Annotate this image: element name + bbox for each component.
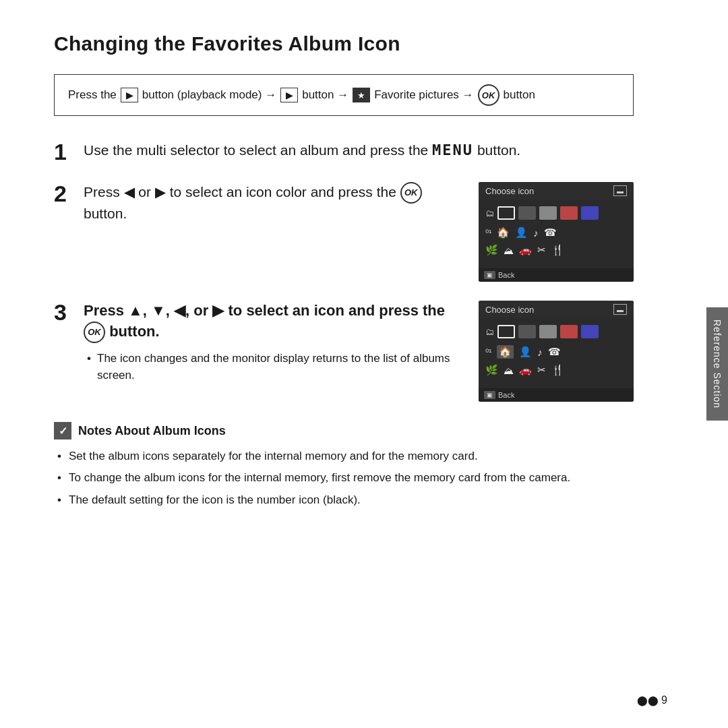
menu-label: MENU [432, 142, 473, 158]
step3-text: Press ▲, ▼, ◀, or ▶ to select an icon an… [84, 301, 462, 343]
ok-btn-step2: OK [400, 182, 422, 204]
icon-leaf-3: 🌿 [485, 364, 498, 376]
screen-body-step3: 🗂 ⁰¹ 🏠 👤 ♪ ☎ 🌿 [479, 318, 634, 388]
icon-row1-step3: ⁰¹ 🏠 👤 ♪ ☎ [484, 345, 628, 359]
color-box-4-3 [560, 325, 578, 338]
icon-row2-step3: 🌿 ⛰ 🚗 ✂ 🍴 [484, 364, 628, 376]
ok-btn-step3: OK [84, 322, 105, 343]
main-content: Changing the Favorites Album Icon Press … [0, 0, 688, 540]
step3-bullets: The icon changes and the monitor display… [84, 350, 462, 384]
color-box-5 [581, 206, 599, 220]
nav-sep1: button (playback mode) → [142, 88, 276, 102]
navigation-box: Press the ▶ button (playback mode) → ▶ b… [54, 74, 634, 116]
step2-layout: Press ◀ or ▶ to select an icon color and… [84, 182, 634, 282]
playback-btn-icon: ▶ [121, 88, 138, 102]
icon-person: 👤 [515, 226, 528, 239]
footer-back-label: Back [498, 271, 514, 279]
notes-bullet-3: The default setting for the icon is the … [54, 491, 634, 509]
notes-section: ✓ Notes About Album Icons Set the album … [54, 422, 634, 509]
step2-number: 2 [54, 182, 74, 205]
step2-content: Press ◀ or ▶ to select an icon color and… [84, 182, 634, 282]
step2-text: Press ◀ or ▶ to select an icon color and… [84, 184, 422, 221]
step1-text: Use the multi selector to select an albu… [84, 142, 520, 158]
step3-text-section: Press ▲, ▼, ◀, or ▶ to select an icon an… [84, 301, 462, 387]
color-box-2 [518, 206, 536, 220]
footer-btn-icon: ▣ [484, 271, 495, 279]
icon-fork-3: 🍴 [551, 364, 564, 376]
color-box-3 [539, 206, 557, 220]
color-box-5-3 [581, 325, 599, 338]
icon-music-3: ♪ [537, 346, 543, 358]
notes-bullet-2: To change the album icons for the intern… [54, 469, 634, 487]
nav-suffix: button [504, 88, 535, 102]
notes-bullets: Set the album icons separately for the i… [54, 448, 634, 509]
folder-icon: 🗂 [485, 208, 494, 218]
color-box-1 [497, 206, 515, 220]
color-box-3-3 [539, 325, 557, 338]
page-title: Changing the Favorites Album Icon [54, 32, 634, 55]
page-icon: ⬤⬤ [637, 695, 659, 706]
color-row-step3: 🗂 [484, 325, 628, 338]
icon-fork: 🍴 [551, 244, 564, 256]
icon-person-3: 👤 [519, 346, 532, 358]
step1-content: Use the multi selector to select an albu… [84, 140, 634, 161]
fav-icon: ★ [353, 88, 370, 102]
icon-leaf: 🌿 [485, 244, 498, 256]
nav-sep2: button → [302, 88, 348, 102]
step3-bullet: The icon changes and the monitor display… [84, 350, 462, 384]
page-num: 9 [661, 694, 667, 706]
nav-prefix: Press the [68, 88, 117, 102]
icon-car-3: 🚗 [519, 364, 532, 376]
step3-number: 3 [54, 301, 84, 324]
page-number: ⬤⬤ 9 [637, 694, 667, 706]
step3-right: Press ▲, ▼, ◀, or ▶ to select an icon an… [84, 301, 634, 402]
icon-phone-3: ☎ [548, 346, 561, 358]
screen-header-icon-3: ▬ [613, 304, 627, 315]
icon-music: ♪ [533, 227, 539, 239]
color-box-2-3 [518, 325, 536, 338]
icon-row2-step2: 🌿 ⛰ 🚗 ✂ 🍴 [484, 244, 628, 256]
step1: 1 Use the multi selector to select an al… [54, 140, 634, 163]
notes-header: ✓ Notes About Album Icons [54, 422, 634, 439]
step2: 2 Press ◀ or ▶ to select an icon color a… [54, 182, 634, 282]
color-box-4 [560, 206, 578, 220]
screen-footer-step2: ▣ Back [479, 268, 634, 282]
icon-phone: ☎ [544, 226, 557, 239]
icon-car: 🚗 [519, 244, 532, 256]
step1-number: 1 [54, 140, 74, 163]
playback-btn-icon2: ▶ [280, 88, 298, 102]
screen-header-icon: ▬ [613, 185, 627, 196]
camera-screen-step3: Choose icon ▬ 🗂 ⁰¹ 🏠 👤 [479, 301, 634, 402]
icon-house: 🏠 [497, 226, 510, 239]
icon-scissors: ✂ [537, 244, 546, 256]
icon-num-3: ⁰¹ [485, 347, 491, 357]
screen-footer-step3: ▣ Back [479, 388, 634, 402]
reference-tab: Reference Section [706, 307, 728, 421]
notes-bullet-1: Set the album icons separately for the i… [54, 448, 634, 465]
screen-header-step3: Choose icon ▬ [479, 301, 634, 318]
color-box-1-3 [497, 325, 515, 338]
color-row-step2: 🗂 [484, 206, 628, 220]
ok-btn-nav: OK [478, 84, 499, 106]
notes-title: Notes About Album Icons [78, 424, 226, 438]
icon-row1-step2: ⁰¹ 🏠 👤 ♪ ☎ [484, 226, 628, 239]
folder-icon-3: 🗂 [485, 327, 494, 337]
nav-sep3: Favorite pictures → [374, 88, 473, 102]
footer-btn-icon-3: ▣ [484, 391, 495, 399]
icon-num: ⁰¹ [485, 228, 491, 238]
footer-back-label-3: Back [498, 391, 514, 399]
screen-body-step2: 🗂 ⁰¹ 🏠 👤 ♪ ☎ [479, 200, 634, 268]
icon-mountain: ⛰ [504, 245, 514, 256]
icon-house-3: 🏠 [497, 345, 514, 359]
check-icon: ✓ [54, 422, 71, 439]
screen-header-step2: Choose icon ▬ [479, 182, 634, 200]
step3: 3 Press ▲, ▼, ◀, or ▶ to select an icon … [54, 301, 634, 402]
icon-scissors-3: ✂ [537, 364, 546, 376]
icon-mountain-3: ⛰ [504, 365, 514, 376]
camera-screen-step2: Choose icon ▬ 🗂 [479, 182, 634, 282]
step2-text-area: Press ◀ or ▶ to select an icon color and… [84, 182, 462, 224]
